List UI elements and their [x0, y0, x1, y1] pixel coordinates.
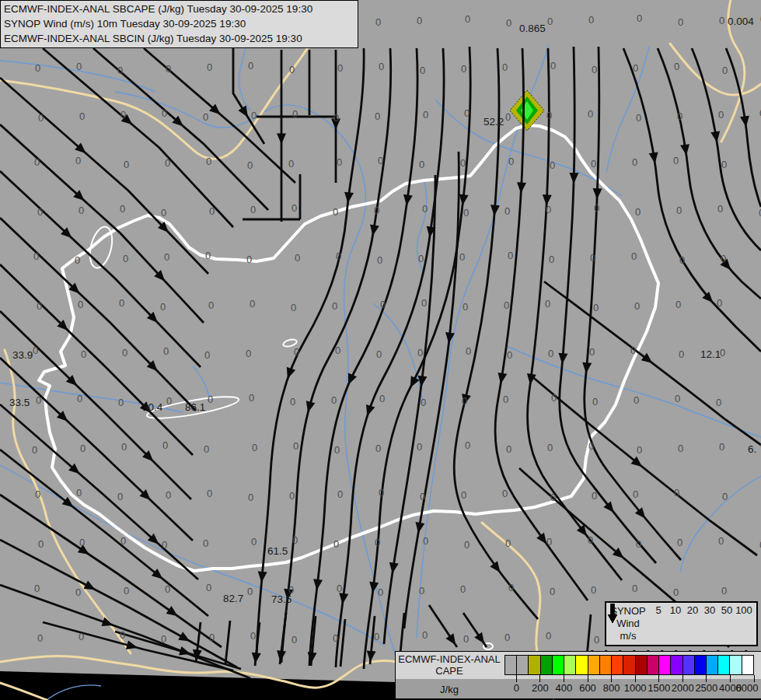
zero-value-label: 0	[208, 394, 213, 405]
zero-value-label: 0	[290, 396, 295, 408]
station-value-label: 0.004	[728, 16, 754, 27]
zero-value-label: 0	[375, 110, 380, 122]
zero-value-label: 0	[419, 159, 424, 170]
zero-value-label: 0	[76, 487, 82, 499]
zero-value-label: 0	[547, 442, 553, 453]
synop-arrow-column: 10	[667, 605, 684, 615]
zero-value-label: 0	[419, 585, 424, 597]
cape-tick-mark	[706, 675, 707, 682]
zero-value-label: 0	[550, 586, 555, 597]
zero-value-label: 0	[34, 156, 40, 168]
zero-value-label: 0	[633, 488, 638, 500]
zero-value-label: 0	[120, 535, 126, 547]
zero-value-label: 0	[546, 536, 552, 548]
zero-value-label: 0	[635, 206, 641, 218]
zero-value-label: 0	[38, 538, 44, 550]
zero-value-label: 0	[721, 253, 726, 264]
zero-value-label: 0	[37, 206, 43, 218]
zero-value-label: 0	[37, 300, 42, 312]
title-line-sbcin: ECMWF-INDEX-ANAL SBCIN (J/kg) Tuesday 30…	[4, 31, 354, 46]
zero-value-label: 0	[421, 297, 427, 309]
zero-value-label: 0	[160, 301, 166, 313]
zero-value-label: 0	[246, 348, 251, 359]
zero-value-label: 0	[588, 108, 593, 120]
zero-value-label: 0	[164, 251, 169, 263]
cape-tick-mark	[611, 675, 612, 682]
zero-value-label: 0	[380, 299, 386, 310]
zero-value-label: 0	[34, 583, 40, 594]
zero-value-label: 0	[377, 254, 382, 266]
zero-value-label: 0	[593, 302, 599, 313]
cape-color-swatch	[517, 655, 529, 675]
zero-value-label: 0	[162, 439, 168, 451]
zero-value-label: 0	[630, 345, 636, 356]
cape-color-swatch	[659, 655, 671, 675]
zero-value-label: 0	[417, 347, 423, 359]
title-line-sbcape: ECMWF-INDEX-ANAL SBCAPE (J/kg) Tuesday 3…	[4, 2, 354, 16]
zero-value-label: 0	[673, 586, 679, 598]
zero-value-label: 0	[333, 206, 338, 218]
cape-tick-mark	[516, 675, 517, 682]
zero-value-label: 0	[422, 629, 428, 641]
cape-tick-mark	[635, 675, 636, 682]
zero-value-label: 0	[379, 61, 384, 72]
zero-value-label: 0	[119, 297, 124, 309]
zero-value-label: 0	[250, 204, 256, 215]
zero-value-label: 0	[75, 254, 80, 266]
zero-value-label: 0	[719, 441, 724, 453]
station-value-label: 0.865	[519, 23, 546, 34]
zero-value-label: 0	[75, 586, 81, 598]
cape-color-swatch	[553, 655, 564, 675]
cape-tick-label: 800	[603, 682, 620, 694]
zero-value-label: 0	[295, 252, 300, 264]
station-value-label: 12.1	[700, 348, 721, 360]
zero-value-label: 0	[675, 393, 680, 404]
zero-value-label: 0	[76, 61, 82, 72]
zero-value-label: 0	[291, 634, 297, 646]
zero-value-label: 0	[550, 159, 555, 171]
zero-value-label: 0	[636, 538, 641, 550]
zero-value-label: 0	[590, 252, 595, 264]
zero-value-label: 0	[461, 63, 466, 75]
cape-legend-title: ECMWF-INDEX-ANAL CAPE J/kg	[396, 653, 503, 695]
cape-color-swatch	[707, 655, 718, 675]
wind-speed-value: 100	[735, 605, 752, 615]
zero-value-label: 0	[209, 632, 215, 643]
zero-value-label: 0	[79, 537, 85, 548]
zero-value-label: 0	[121, 441, 127, 453]
zero-value-label: 0	[417, 15, 422, 26]
cape-color-swatch	[504, 655, 517, 675]
zero-value-label: 0	[294, 346, 299, 358]
zero-value-label: 0	[588, 440, 594, 452]
zero-value-label: 0	[161, 207, 166, 219]
cape-color-swatch	[648, 655, 659, 675]
cape-colorbar-legend: ECMWF-INDEX-ANAL CAPE J/kg 0200400600800…	[395, 651, 761, 699]
zero-value-label: 0	[291, 202, 297, 214]
zero-value-label: 0	[292, 108, 298, 120]
cape-color-swatch	[612, 655, 623, 675]
zero-value-label: 0	[502, 61, 508, 73]
zero-value-label: 0	[203, 537, 208, 549]
zero-value-label: 0	[79, 110, 85, 122]
zero-value-label: 0	[165, 157, 170, 169]
synop-arrow-column: 20	[684, 605, 701, 615]
zero-value-label: 0	[632, 156, 637, 168]
station-value-label: 33.9	[12, 349, 33, 361]
cape-color-swatch	[588, 655, 600, 675]
cape-tick-mark	[564, 675, 564, 682]
station-value-label: 86.1	[185, 401, 205, 413]
zero-value-label: 0	[120, 629, 125, 641]
zero-value-label: 0	[293, 440, 298, 452]
zero-value-label: 0	[124, 159, 129, 170]
zero-value-label: 0	[251, 110, 257, 121]
zero-value-label: 0	[248, 492, 253, 503]
zero-value-label: 0	[504, 205, 510, 217]
zero-value-label: 0	[506, 443, 511, 455]
zero-value-label: 0	[546, 204, 551, 215]
zero-value-label: 0	[463, 633, 469, 645]
zero-value-label: 0	[247, 159, 253, 171]
zero-value-label: 0	[676, 205, 682, 216]
zero-value-label: 0	[505, 111, 511, 123]
zero-value-label: 0	[465, 439, 470, 451]
zero-value-label: 0	[547, 16, 553, 27]
